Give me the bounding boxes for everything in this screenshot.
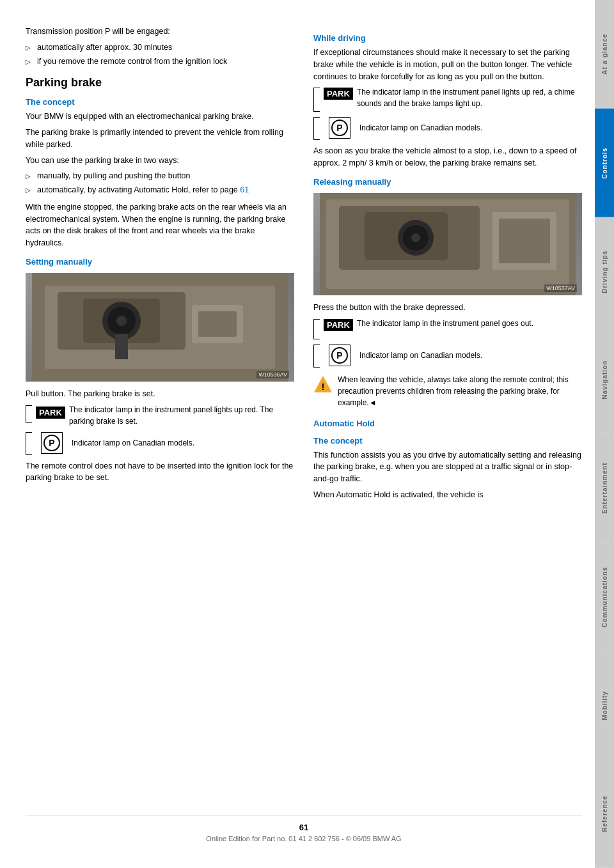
- intro-bullet-1: automatically after approx. 30 minutes: [26, 42, 294, 54]
- sidebar-label-controls: Controls: [601, 147, 608, 178]
- concept-para2: The parking brake is primarily intended …: [26, 127, 294, 151]
- releasing-manually-image: W10537AV: [313, 193, 582, 295]
- concept-para1: Your BMW is equipped with an electromech…: [26, 111, 294, 123]
- image-placeholder: [26, 273, 294, 382]
- concept-subheading: The concept: [26, 97, 294, 107]
- svg-rect-9: [198, 311, 237, 337]
- warning-text: When leaving the vehicle, always take al…: [338, 374, 582, 408]
- sidebar-item-reference[interactable]: Reference: [595, 759, 614, 868]
- automatic-hold-concept-subheading: The concept: [313, 436, 582, 446]
- sidebar-label-reference: Reference: [601, 795, 608, 832]
- canadian-text-right-2: Indicator lamp on Canadian models.: [359, 350, 482, 361]
- park-indicator-text-2: The indicator lamp in the instrument pan…: [357, 86, 582, 109]
- canadian-text-left: Indicator lamp on Canadian models.: [72, 437, 194, 449]
- park-badge-2: PARK: [324, 88, 353, 100]
- park-indicator-left: PARK The indicator lamp in the instrumen…: [26, 404, 294, 427]
- warning-triangle-icon: !: [313, 375, 333, 394]
- park-indicator-text-3: The indicator lamp in the instrument pan…: [357, 318, 533, 329]
- image-label-right: W10537AV: [544, 284, 577, 292]
- page-link[interactable]: 61: [240, 185, 249, 194]
- while-driving-para1: If exceptional circumstances should make…: [313, 47, 582, 82]
- canadian-text-right-1: Indicator lamp on Canadian models.: [359, 122, 482, 134]
- while-driving-para2: As soon as you brake the vehicle almost …: [313, 145, 582, 169]
- setting-para1: Pull button. The parking brake is set.: [26, 388, 294, 400]
- sidebar-label-communications: Communications: [601, 566, 608, 627]
- intro-para: Transmission position P will be engaged:: [26, 26, 294, 38]
- svg-rect-7: [115, 334, 128, 359]
- sidebar-label-at-a-glance: At a glance: [601, 34, 608, 75]
- p-circle-left: P: [41, 432, 63, 454]
- page-number: 61: [26, 823, 582, 832]
- sidebar-item-driving-tips[interactable]: Driving tips: [595, 217, 614, 326]
- park-badge-3: PARK: [324, 319, 353, 331]
- left-column: Transmission position P will be engaged:…: [26, 26, 294, 803]
- svg-text:!: !: [322, 380, 325, 391]
- concept-bullet-1: manually, by pulling and pushing the but…: [26, 170, 294, 182]
- page-inner: Transmission position P will be engaged:…: [0, 0, 595, 868]
- concept-bullet-2: automatically, by activating Automatic H…: [26, 184, 294, 196]
- releasing-para1: Press the button with the brake depresse…: [313, 302, 582, 314]
- setting-para2: The remote control does not have to be i…: [26, 460, 294, 484]
- image-placeholder-right: [313, 193, 582, 295]
- concept-bullets: manually, by pulling and pushing the but…: [26, 170, 294, 196]
- while-driving-subheading: While driving: [313, 33, 582, 43]
- automatic-hold-para1: This function assists you as you drive b…: [313, 449, 582, 485]
- setting-manually-image: W10536AV: [26, 273, 294, 382]
- sidebar-item-mobility[interactable]: Mobility: [595, 651, 614, 760]
- park-indicator-right-2: PARK The indicator lamp in the instrumen…: [313, 318, 582, 339]
- canadian-indicator-left: P Indicator lamp on Canadian models.: [26, 431, 294, 455]
- sidebar-label-navigation: Navigation: [601, 360, 608, 399]
- svg-point-6: [116, 316, 127, 326]
- canadian-indicator-right-2: P Indicator lamp on Canadian models.: [313, 343, 582, 368]
- sidebar-label-entertainment: Entertainment: [601, 463, 608, 514]
- sidebar-label-mobility: Mobility: [601, 690, 608, 720]
- footer-text: Online Edition for Part no. 01 41 2 602 …: [206, 835, 401, 842]
- sidebar-item-at-a-glance[interactable]: At a glance: [595, 0, 614, 109]
- setting-manually-subheading: Setting manually: [26, 257, 294, 267]
- image-label-left: W10536AV: [256, 371, 289, 378]
- concept-para4: With the engine stopped, the parking bra…: [26, 201, 294, 249]
- p-circle-right-1: P: [329, 117, 350, 139]
- concept-para3: You can use the parking brake in two way…: [26, 155, 294, 167]
- releasing-manually-subheading: Releasing manually: [313, 177, 582, 187]
- park-badge-1: PARK: [36, 407, 65, 419]
- sidebar-item-controls[interactable]: Controls: [595, 109, 614, 217]
- canadian-indicator-right-1: P Indicator lamp on Canadian models.: [313, 116, 582, 140]
- p-circle-right-2: P: [329, 345, 350, 366]
- sidebar: At a glance Controls Driving tips Naviga…: [595, 0, 614, 868]
- intro-bullet-2: if you remove the remote control from th…: [26, 56, 294, 68]
- page-container: Transmission position P will be engaged:…: [0, 0, 614, 868]
- automatic-hold-subheading: Automatic Hold: [313, 419, 582, 428]
- svg-point-16: [411, 233, 420, 242]
- sidebar-item-communications[interactable]: Communications: [595, 543, 614, 651]
- park-indicator-right-1: PARK The indicator lamp in the instrumen…: [313, 86, 582, 112]
- warning-box: ! When leaving the vehicle, always take …: [313, 374, 582, 408]
- automatic-hold-para2: When Automatic Hold is activated, the ve…: [313, 489, 582, 501]
- park-indicator-text-1: The indicator lamp in the instrument pan…: [69, 404, 294, 427]
- intro-bullets: automatically after approx. 30 minutes i…: [26, 42, 294, 68]
- right-column: While driving If exceptional circumstanc…: [313, 26, 582, 803]
- content-columns: Transmission position P will be engaged:…: [26, 26, 582, 803]
- page-footer: 61 Online Edition for Part no. 01 41 2 6…: [26, 816, 582, 855]
- parking-brake-heading: Parking brake: [26, 76, 294, 89]
- sidebar-label-driving-tips: Driving tips: [601, 250, 608, 293]
- sidebar-item-entertainment[interactable]: Entertainment: [595, 434, 614, 543]
- sidebar-item-navigation[interactable]: Navigation: [595, 325, 614, 434]
